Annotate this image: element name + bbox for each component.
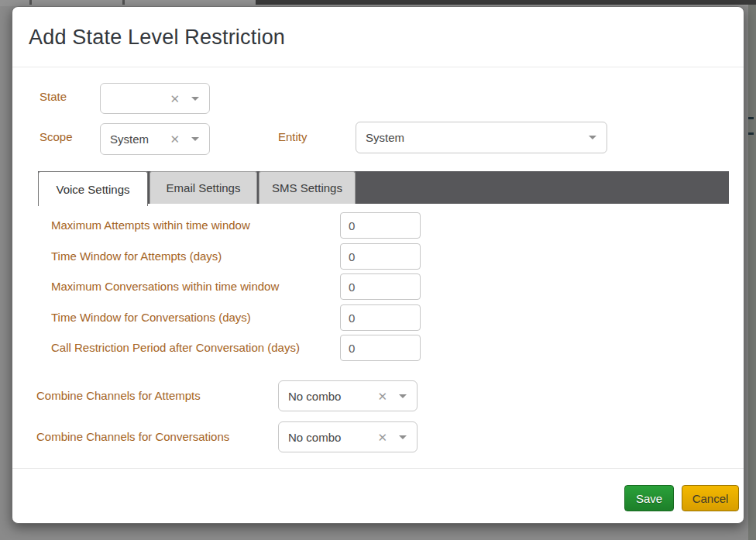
entity-value: System: [366, 131, 404, 144]
chevron-down-icon[interactable]: [399, 435, 407, 439]
clear-x-icon[interactable]: ✕: [377, 390, 387, 402]
clear-x-icon[interactable]: ✕: [170, 93, 180, 105]
time-window-attempts-label: Time Window for Attempts (days): [51, 243, 222, 270]
add-state-level-restriction-dialog: Add State Level Restriction State ✕ Scop…: [12, 6, 744, 524]
call-restriction-period-label: Call Restriction Period after Conversati…: [51, 335, 300, 361]
dialog-title: Add State Level Restriction: [29, 26, 285, 50]
form-row: Maximum Conversations within time window: [12, 273, 744, 300]
scope-value: System: [110, 132, 149, 146]
background-right-strip: [748, 5, 756, 540]
max-attempts-input[interactable]: [340, 212, 421, 239]
background-top-bar-dark: [256, 0, 756, 5]
combine-attempts-label: Combine Channels for Attempts: [36, 380, 201, 411]
entity-dropdown[interactable]: System: [356, 122, 607, 153]
form-row: Combine Channels for Conversations No co…: [12, 421, 744, 452]
form-row: Call Restriction Period after Conversati…: [12, 335, 744, 361]
form-row: Time Window for Conversations (days): [12, 304, 744, 331]
form-row: Time Window for Attempts (days): [12, 243, 744, 270]
entity-label: Entity: [278, 130, 308, 143]
tab-email-settings[interactable]: Email Settings: [149, 171, 257, 204]
tab-sms-settings[interactable]: SMS Settings: [259, 171, 356, 204]
cancel-button[interactable]: Cancel: [682, 485, 739, 511]
state-dropdown[interactable]: ✕: [100, 83, 210, 114]
clear-x-icon[interactable]: ✕: [377, 432, 387, 443]
form-row: Maximum Attempts within time window: [12, 212, 744, 239]
chevron-down-icon[interactable]: [191, 97, 199, 101]
time-window-attempts-input[interactable]: [340, 243, 421, 270]
background-artifact: [748, 132, 754, 135]
time-window-conversations-input[interactable]: [340, 304, 421, 331]
max-attempts-label: Maximum Attempts within time window: [51, 212, 250, 239]
background-top-bar: [0, 0, 756, 6]
scope-dropdown[interactable]: System ✕: [100, 123, 210, 155]
background-tab-divider: [122, 0, 125, 5]
background-tab-divider: [29, 0, 32, 5]
save-button[interactable]: Save: [624, 485, 674, 511]
combine-attempts-dropdown[interactable]: No combo ✕: [278, 380, 418, 411]
max-conversations-input[interactable]: [340, 273, 421, 300]
state-label: State: [40, 90, 67, 103]
dialog-footer: Save Cancel: [12, 468, 744, 523]
max-conversations-label: Maximum Conversations within time window: [51, 273, 279, 300]
clear-x-icon[interactable]: ✕: [170, 133, 180, 145]
background-artifact: [748, 117, 754, 119]
combine-conversations-dropdown[interactable]: No combo ✕: [278, 421, 418, 452]
scope-label: Scope: [40, 130, 73, 143]
chevron-down-icon[interactable]: [191, 137, 199, 141]
tab-voice-settings[interactable]: Voice Settings: [38, 171, 148, 206]
combine-conversations-value: No combo: [288, 431, 341, 444]
call-restriction-period-input[interactable]: [340, 335, 421, 361]
chevron-down-icon[interactable]: [589, 136, 596, 139]
form-row: Combine Channels for Attempts No combo ✕: [12, 380, 744, 411]
combine-conversations-label: Combine Channels for Conversations: [36, 421, 229, 452]
chevron-down-icon[interactable]: [399, 394, 407, 398]
time-window-conversations-label: Time Window for Conversations (days): [51, 304, 251, 331]
combine-attempts-value: No combo: [288, 390, 341, 403]
dialog-header: Add State Level Restriction: [12, 7, 744, 67]
settings-tabstrip: Voice Settings Email Settings SMS Settin…: [38, 171, 729, 204]
